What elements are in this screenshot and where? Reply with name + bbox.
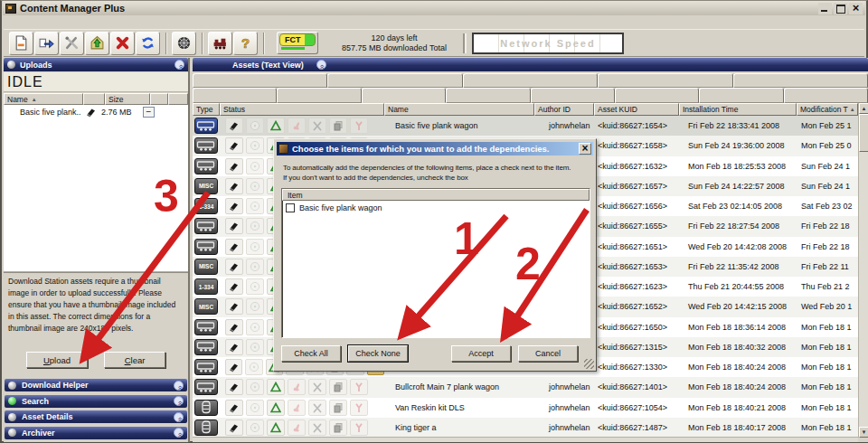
- dependency-item[interactable]: Basic five plank wagon: [282, 201, 590, 212]
- fct-button[interactable]: FCT: [277, 32, 318, 54]
- filter-tab[interactable]: [615, 88, 699, 103]
- expand-chevron-icon[interactable]: [174, 428, 184, 438]
- expand-chevron-icon[interactable]: [174, 396, 184, 406]
- col-name[interactable]: Name: [384, 103, 534, 116]
- filter-tab[interactable]: [598, 73, 732, 88]
- hand-wrench-icon: [288, 379, 306, 395]
- refresh-icon[interactable]: [136, 32, 160, 55]
- accordion-header[interactable]: Archiver: [5, 427, 187, 439]
- upload-home-icon[interactable]: [85, 32, 109, 55]
- delete-icon[interactable]: [110, 32, 135, 55]
- dialog-instruction-line1: To automatically add the dependencies of…: [283, 163, 589, 173]
- disc-icon: [246, 419, 264, 436]
- collapse-chevron-icon[interactable]: [175, 60, 184, 70]
- import-icon[interactable]: [34, 32, 59, 55]
- asset-type-icon: 1-334: [194, 278, 218, 295]
- upload-button[interactable]: Upload: [26, 352, 88, 368]
- filter-tab[interactable]: [277, 88, 361, 103]
- col-status[interactable]: Status: [220, 103, 384, 116]
- check-none-button[interactable]: Check None: [348, 345, 408, 362]
- asset-row[interactable]: Van Reskin kit DLS johnwhelan <kuid:8662…: [193, 398, 858, 418]
- panel-options-icon[interactable]: [316, 60, 326, 70]
- filter-tab[interactable]: [446, 88, 530, 103]
- horizontal-scrollbar[interactable]: [193, 437, 858, 442]
- asset-installation-time: Sat Feb 23 02:14:05 2008: [679, 202, 797, 211]
- filter-tab[interactable]: [784, 88, 868, 103]
- maximize-button[interactable]: [834, 3, 847, 14]
- check-all-button[interactable]: Check All: [281, 345, 341, 362]
- asset-installation-time: Mon Feb 18 18:40:32 2008: [679, 343, 797, 352]
- minimize-button[interactable]: [818, 3, 832, 14]
- uploads-col-size[interactable]: Size: [105, 93, 150, 105]
- asset-installation-time: Mon Feb 18 18:40:24 2008: [679, 363, 797, 372]
- assets-panel-header[interactable]: Assets (Text View): [193, 58, 868, 71]
- filter-tab[interactable]: [362, 88, 446, 103]
- disc-icon: [246, 198, 264, 214]
- uploads-col-blank[interactable]: [150, 93, 168, 105]
- asset-row[interactable]: Bullcroft Main 7 plank wagon johnwhelan …: [193, 377, 858, 397]
- asset-type-cell: [193, 118, 220, 134]
- asset-row[interactable]: King tiger a johnwhelan <kuid:86627:1487…: [193, 418, 858, 438]
- remove-upload-button[interactable]: −: [143, 107, 155, 118]
- col-asset-kuid[interactable]: Asset KUID: [594, 103, 679, 116]
- tools-icon: [308, 400, 326, 416]
- filter-tab[interactable]: [531, 88, 615, 103]
- asset-modification-time: Sun Feb 24 1: [797, 182, 858, 191]
- col-type[interactable]: Type: [193, 103, 220, 116]
- new-asset-icon[interactable]: [9, 32, 33, 55]
- laptop-icon: [225, 198, 243, 214]
- uploads-panel-header[interactable]: Uploads: [4, 58, 188, 71]
- uploads-col-name[interactable]: Name ▲: [4, 93, 83, 105]
- scroll-down-icon[interactable]: ▼: [859, 427, 868, 438]
- accept-button[interactable]: Accept: [451, 345, 511, 362]
- close-button[interactable]: [849, 3, 863, 14]
- asset-status-cell: [220, 400, 384, 416]
- dialog-close-button[interactable]: [579, 143, 591, 155]
- disc-icon: [245, 359, 262, 375]
- vertical-scrollbar[interactable]: ▲ ▼: [858, 103, 868, 438]
- disc-icon: [246, 239, 264, 255]
- filter-tab[interactable]: [699, 88, 783, 103]
- laptop-icon: [225, 118, 243, 134]
- filter-tab[interactable]: [463, 73, 598, 88]
- scrollbar-thumb[interactable]: [859, 114, 868, 152]
- ribbon-icon: [350, 118, 368, 134]
- item-checkbox[interactable]: [286, 203, 295, 212]
- filter-tab[interactable]: [327, 73, 462, 88]
- asset-kuid: <kuid:86627:1487>: [594, 423, 679, 432]
- disc-icon: [246, 319, 264, 335]
- ribbon-icon: [350, 379, 368, 395]
- upload-list-item[interactable]: Basic five plank... 2.76 MB −: [4, 105, 188, 119]
- accordion-header[interactable]: Asset Details: [5, 410, 187, 423]
- toolbar-grip: [463, 33, 467, 53]
- expand-chevron-icon[interactable]: [174, 381, 184, 391]
- help-icon[interactable]: ?: [233, 32, 258, 55]
- clear-button[interactable]: Clear: [104, 352, 165, 368]
- filter-tab[interactable]: [193, 73, 327, 88]
- uploads-col-blank[interactable]: [168, 93, 188, 105]
- col-modification-time[interactable]: Modification T ▲: [797, 103, 858, 116]
- filter-tab[interactable]: [733, 73, 868, 88]
- sort-ascending-icon: ▲: [32, 97, 37, 102]
- web-icon[interactable]: [172, 32, 196, 55]
- scroll-up-icon[interactable]: ▲: [859, 103, 868, 114]
- train-icon[interactable]: [208, 32, 232, 55]
- col-author-id[interactable]: Author ID: [534, 103, 594, 116]
- dialog-resize-grip[interactable]: [584, 359, 594, 369]
- accordion-header[interactable]: Search: [5, 395, 187, 408]
- asset-modification-time: Mon Feb 25 0: [797, 141, 858, 150]
- tools-icon[interactable]: [60, 32, 84, 55]
- accordion-header[interactable]: Download Helper: [5, 379, 187, 391]
- item-list-header[interactable]: Item: [282, 189, 590, 201]
- cancel-button[interactable]: Cancel: [518, 345, 578, 362]
- asset-author: johnwhelan: [534, 403, 594, 412]
- expand-chevron-icon[interactable]: [174, 412, 184, 422]
- col-installation-time[interactable]: Installation Time: [679, 103, 797, 116]
- laptop-icon: [225, 359, 242, 375]
- uploads-col-blank[interactable]: [83, 93, 105, 105]
- asset-modification-time: Wed Feb 20 1: [797, 302, 858, 311]
- status-ball-icon: [8, 429, 16, 437]
- dialog-titlebar[interactable]: Choose the items for which you want to a…: [277, 142, 593, 156]
- filter-tab[interactable]: [193, 88, 277, 103]
- asset-row[interactable]: Basic five plank wagon johnwhelan <kuid:…: [193, 116, 858, 136]
